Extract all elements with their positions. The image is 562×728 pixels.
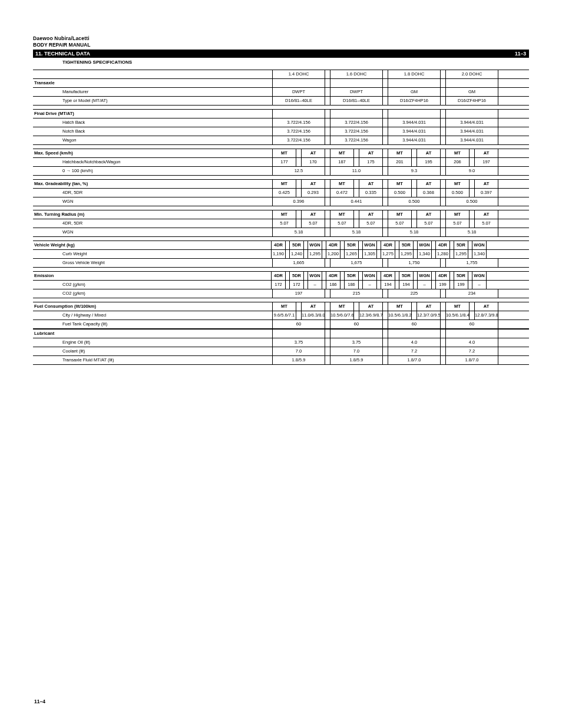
row-fuel-tank: Fuel Tank Capacity (lit) 60 60 60 60 — [33, 320, 529, 329]
section-maxspeed: Max. Speed (km/h) MTAT MTAT MTAT MTAT — [33, 149, 529, 158]
row-trans-fluid: Transaxle Fluid MT/AT (lit) 1.8/5.9 1.8/… — [33, 356, 529, 365]
black-bar: 11. TECHNICAL DATA 11–3 — [33, 50, 529, 58]
row-fd-hb: Hatch Back 3.722/4.156 3.722/4.156 3.944… — [33, 118, 529, 127]
col-eng-0: 1.4 DOHC — [272, 70, 325, 78]
section-emission: Emission 4DR5DRWGN 4DR5DRWGN 4DR5DRWGN 4… — [33, 271, 529, 281]
row-co2-a: CO2 (g/km) 172172– 186186– 194194– 19919… — [33, 281, 529, 289]
row-type-model: Type or Model (MT/AT) D16/81–40LE D16/81… — [33, 97, 529, 106]
row-fd-nb: Notch Back 3.722/4.156 3.722/4.156 3.944… — [33, 127, 529, 136]
row-turn-wgn: WGN 5.18 5.18 5.18 5.18 — [33, 228, 529, 237]
row-manufacturer: Manufacturer DWPT DWPT GM GM — [33, 88, 529, 97]
row-coolant: Coolant (lit) 7.0 7.0 7.2 7.2 — [33, 347, 529, 356]
section-finaldrive: Final Drive (MT/AT) — [33, 109, 529, 118]
row-co2-b: CO2 (g/km) 197 215 225 234 — [33, 289, 529, 298]
doc-title-1: Daewoo Nubira/Lacetti — [33, 35, 529, 41]
page-number: 11–4 — [34, 699, 45, 704]
section-id: 11. TECHNICAL DATA — [33, 51, 515, 57]
row-engine-oil: Engine Oil (lit) 3.75 3.75 4.0 4.0 — [33, 338, 529, 347]
row-gross-weight: Gross Vehicle Weight 1,665 1,675 1,750 1… — [33, 259, 529, 268]
doc-title-2: BODY REPAIR MANUAL — [33, 42, 529, 48]
row-accel: 0 → 100 (km/h) 12.5 11.0 9.3 9.0 — [33, 167, 529, 176]
row-turn-4dr5dr: 4DR, 5DR 5.075.07 5.075.07 5.075.07 5.07… — [33, 219, 529, 228]
section-grade: Max. Gradeability (tan, %) MTAT MTAT MTA… — [33, 179, 529, 189]
row-grade-4dr5dr: 4DR, 5DR 0.4250.293 0.4720.335 0.5000.36… — [33, 189, 529, 197]
header-row-engines: 1.4 DOHC 1.6 DOHC 1.8 DOHC 2.0 DOHC — [33, 70, 529, 79]
section-fuel: Fuel Consumption (lit/100km) MTAT MTAT M… — [33, 302, 529, 311]
section-turn: Min. Turning Radius (m) MTAT MTAT MTAT M… — [33, 210, 529, 219]
row-curb-weight: Curb Weight 1,1901,2401,295 1,2001,2651,… — [33, 250, 529, 259]
row-fuel-chm: City / Highway / Mixed 9.6/5.6/7.111.0/6… — [33, 311, 529, 320]
section-transaxle: Transaxle — [33, 79, 529, 88]
spec-table: 1.4 DOHC 1.6 DOHC 1.8 DOHC 2.0 DOHC Tran… — [33, 70, 529, 365]
row-fd-wgn: Wagon 3.722/4.156 3.722/4.156 3.944/4.03… — [33, 136, 529, 145]
row-maxspeed-body: Hatchback/Notchback/Wagon 177170 187175 … — [33, 158, 529, 167]
col-eng-1: 1.6 DOHC — [330, 70, 383, 78]
section-weight: Vehicle Weight (kg) 4DR5DRWGN 4DR5DRWGN … — [33, 241, 529, 250]
spec-title: TIGHTENING SPECIFICATIONS — [62, 60, 529, 65]
page-ref: 11–3 — [515, 51, 527, 57]
section-lubricant: Lubricant — [33, 329, 529, 338]
col-eng-2: 1.8 DOHC — [388, 70, 441, 78]
page: Daewoo Nubira/Lacetti BODY REPAIR MANUAL… — [33, 35, 529, 365]
row-grade-wgn: WGN 0.396 0.441 0.500 0.500 — [33, 197, 529, 206]
col-eng-3: 2.0 DOHC — [445, 70, 498, 78]
